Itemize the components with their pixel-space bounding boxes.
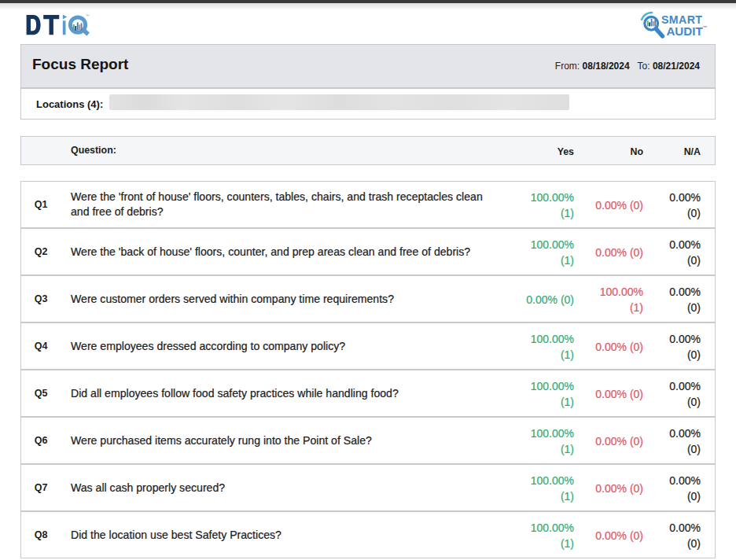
svg-text:™: ™ [86,14,90,18]
svg-text:AUDIT: AUDIT [666,24,703,38]
svg-text:™: ™ [702,25,707,30]
